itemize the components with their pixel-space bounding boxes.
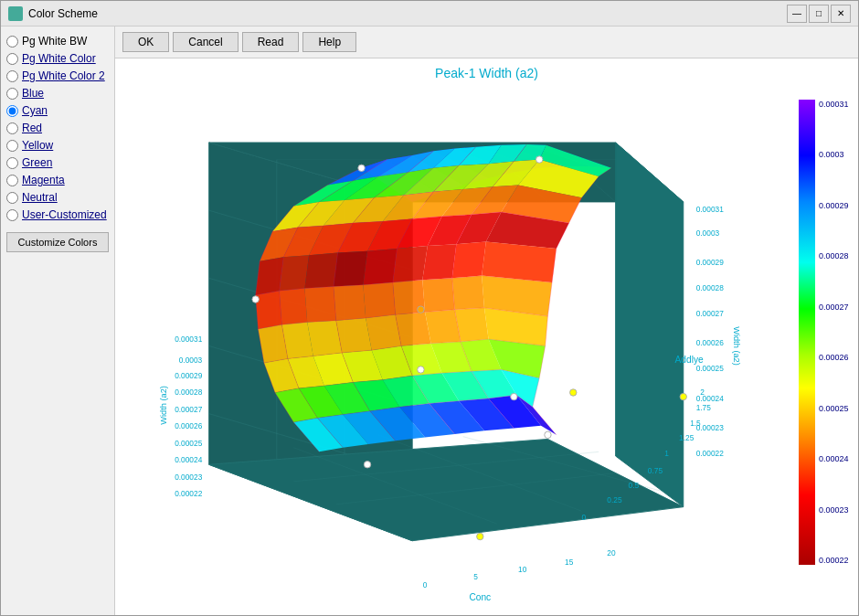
- sidebar-item-pgwhitebw[interactable]: Pg White BW: [6, 34, 109, 48]
- svg-marker-79: [452, 241, 486, 278]
- radio-yellow[interactable]: [6, 140, 18, 152]
- svg-marker-85: [363, 282, 395, 318]
- label-pgwhitecolor2: Pg White Color 2: [22, 69, 105, 82]
- radio-pgwhitecolor2[interactable]: [6, 70, 18, 82]
- x-axis-label-3: 10: [518, 565, 527, 574]
- y-axis-label-4: 0.00028: [175, 388, 202, 397]
- color-bar: [799, 100, 815, 565]
- label-cyan: Cyan: [22, 104, 48, 117]
- radio-green[interactable]: [6, 157, 18, 169]
- customize-colors-button[interactable]: Customize Colors: [6, 232, 109, 252]
- sidebar-item-yellow[interactable]: Yellow: [6, 138, 109, 153]
- svg-marker-80: [482, 241, 557, 281]
- z-axis-label-3: 0.5: [629, 481, 640, 490]
- y-axis-label-7: 0.00025: [175, 439, 202, 448]
- svg-point-130: [418, 306, 424, 313]
- svg-marker-88: [452, 276, 484, 310]
- sidebar-item-pgwhitecolor[interactable]: Pg White Color: [6, 51, 109, 66]
- svg-marker-74: [304, 253, 337, 289]
- color-bar-labels: 0.00031 0.0003 0.00029 0.00028 0.00027 0…: [819, 100, 849, 565]
- window: Color Scheme — □ ✕ Pg White BW Pg White …: [0, 0, 859, 616]
- svg-point-135: [680, 393, 686, 399]
- yr-axis-label-4: 0.00028: [696, 283, 724, 292]
- svg-point-131: [545, 431, 551, 438]
- radio-cyan[interactable]: [6, 105, 18, 117]
- close-button[interactable]: ✕: [831, 5, 851, 23]
- label-pgwhitecolor: Pg White Color: [22, 52, 96, 65]
- sidebar-item-red[interactable]: Red: [6, 121, 109, 135]
- colorbar-label-8: 0.00024: [819, 454, 849, 463]
- sidebar-item-usercustomized[interactable]: User-Customized: [6, 207, 109, 222]
- y-axis-label-5: 0.00027: [175, 405, 202, 414]
- z-axis-label-8: 1.75: [696, 403, 712, 412]
- svg-point-132: [364, 462, 370, 468]
- svg-marker-75: [334, 251, 367, 287]
- svg-marker-87: [422, 278, 454, 312]
- svg-marker-96: [425, 310, 461, 344]
- yr-axis-label-6: 0.00026: [696, 339, 724, 348]
- svg-marker-84: [334, 285, 366, 321]
- y-axis-label-9: 0.00023: [175, 473, 202, 482]
- sidebar-item-pgwhitecolor2[interactable]: Pg White Color 2: [6, 69, 109, 83]
- radio-red[interactable]: [6, 122, 18, 134]
- colorbar-label-3: 0.00029: [819, 201, 849, 210]
- cancel-button[interactable]: Cancel: [173, 32, 238, 52]
- maximize-button[interactable]: □: [809, 5, 829, 23]
- radio-blue[interactable]: [6, 88, 18, 100]
- radio-magenta[interactable]: [6, 175, 18, 186]
- minimize-button[interactable]: —: [787, 5, 807, 23]
- label-yellow: Yellow: [22, 139, 53, 152]
- help-button[interactable]: Help: [302, 32, 356, 52]
- z-axis-label-5: 1: [664, 449, 669, 458]
- sidebar-item-magenta[interactable]: Magenta: [6, 173, 109, 187]
- svg-marker-73: [280, 255, 309, 291]
- svg-point-126: [358, 165, 365, 171]
- colorbar-label-1: 0.00031: [819, 100, 849, 109]
- x-axis-title: Conc: [469, 592, 491, 602]
- svg-marker-2: [616, 143, 684, 507]
- x-axis-label-2: 5: [473, 572, 478, 581]
- label-usercustomized: User-Customized: [22, 208, 107, 221]
- label-blue: Blue: [22, 87, 44, 100]
- title-bar-controls: — □ ✕: [787, 5, 851, 23]
- title-bar-left: Color Scheme: [8, 6, 98, 21]
- y-axis-label-2: 0.0003: [179, 356, 203, 365]
- svg-marker-78: [422, 244, 456, 280]
- z-axis-label-6: 1.25: [679, 433, 695, 442]
- radio-neutral[interactable]: [6, 192, 18, 204]
- y-axis-label-3: 0.00029: [175, 371, 202, 380]
- yr-axis-label-5: 0.00027: [696, 309, 724, 318]
- sidebar: Pg White BW Pg White Color Pg White Colo…: [1, 27, 115, 615]
- color-bar-area: 0.00031 0.0003 0.00029 0.00028 0.00027 0…: [799, 100, 844, 565]
- z-axis-label-4: 0.75: [648, 466, 663, 475]
- svg-point-136: [477, 533, 483, 539]
- label-neutral: Neutral: [22, 191, 58, 204]
- svg-marker-92: [307, 321, 342, 356]
- z-axis-label-1: 0: [582, 513, 587, 522]
- sidebar-item-blue[interactable]: Blue: [6, 86, 109, 101]
- read-button[interactable]: Read: [242, 32, 300, 52]
- chart-svg: 0.00031 0.0003 0.00029 0.00028 0.00027 0…: [124, 86, 785, 606]
- yr-axis-label-3: 0.00029: [696, 258, 724, 267]
- toolbar: OK Cancel Read Help: [115, 27, 858, 58]
- colorbar-label-10: 0.00022: [819, 556, 849, 565]
- svg-marker-93: [336, 318, 372, 353]
- radio-pgwhitebw[interactable]: [6, 36, 18, 48]
- yr-axis-label-1: 0.00031: [696, 205, 724, 214]
- colorbar-label-7: 0.00025: [819, 404, 849, 413]
- sidebar-item-green[interactable]: Green: [6, 155, 109, 170]
- colorbar-label-6: 0.00026: [819, 353, 849, 362]
- label-magenta: Magenta: [22, 174, 65, 186]
- x-axis-label-5: 20: [607, 548, 616, 558]
- sidebar-item-cyan[interactable]: Cyan: [6, 103, 109, 118]
- y-axis-label-1: 0.00031: [175, 335, 202, 344]
- radio-usercustomized[interactable]: [6, 209, 18, 221]
- window-title: Color Scheme: [28, 7, 98, 20]
- yr-axis-label-7: 0.00025: [696, 364, 724, 373]
- radio-pgwhitecolor[interactable]: [6, 53, 18, 65]
- content-area: Pg White BW Pg White Color Pg White Colo…: [1, 27, 858, 615]
- svg-marker-83: [304, 287, 335, 323]
- ok-button[interactable]: OK: [122, 32, 169, 52]
- sidebar-item-neutral[interactable]: Neutral: [6, 190, 109, 205]
- title-bar: Color Scheme — □ ✕: [1, 1, 858, 27]
